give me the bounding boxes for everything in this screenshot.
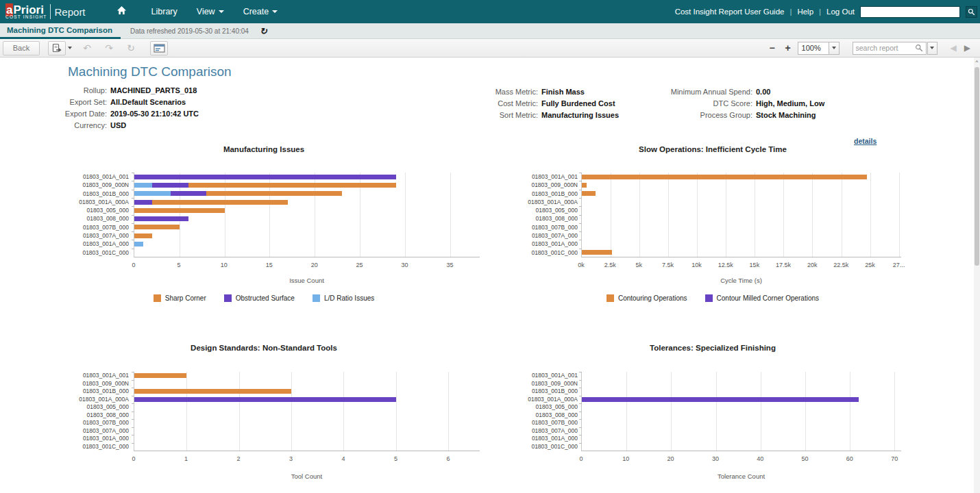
search-options-caret[interactable] (927, 42, 938, 55)
y-axis-labels: 01803_001A_00101803_009_000N01803_001B_0… (490, 372, 578, 451)
x-tick-label: 5k (636, 262, 643, 268)
export-button[interactable] (48, 41, 66, 55)
x-tick-label: 5 (394, 455, 397, 462)
bar-segment[interactable] (134, 183, 152, 188)
x-tick-label: 3 (289, 455, 293, 462)
bar-segment[interactable] (582, 397, 859, 402)
zoom-level-value[interactable]: 100% (798, 42, 829, 55)
page-title: Machining DTC Comparison (68, 64, 232, 79)
search-report-input[interactable] (853, 42, 913, 55)
category-label: 01803_001A_000 (41, 240, 129, 248)
category-label: 01803_001A_001 (41, 173, 129, 181)
category-label: 01803_007A_000 (490, 231, 578, 240)
refresh-icon[interactable]: ↻ (123, 42, 139, 53)
bar-segment[interactable] (206, 191, 341, 196)
user-guide-link[interactable]: Cost Insight Report User Guide (675, 8, 785, 16)
search-icon[interactable] (966, 6, 977, 18)
tab-machining-dtc-comparison[interactable]: Machining DTC Comparison (0, 23, 121, 39)
separator: | (789, 8, 792, 16)
scrollbar-thumb[interactable] (975, 67, 979, 266)
bar-segment[interactable] (134, 208, 225, 213)
category-label: 01803_005_000 (490, 206, 578, 214)
bookmarks-panel-icon[interactable] (150, 41, 168, 55)
x-tick-label: 60 (846, 455, 853, 462)
bar-segment[interactable] (582, 191, 596, 196)
x-tick-label: 12.5k (718, 262, 733, 268)
category-label: 01803_001B_000 (41, 190, 129, 198)
chart-manufacturing-issues: Manufacturing Issues 01803_001A_00101803… (41, 145, 487, 316)
back-button[interactable]: Back (3, 41, 40, 55)
export-dropdown-caret[interactable] (66, 41, 73, 55)
nav-item-library[interactable]: Library (151, 7, 177, 16)
zoom-level-caret[interactable] (829, 42, 840, 55)
next-page-button[interactable]: ▶ (964, 43, 970, 53)
y-axis-labels: 01803_001A_00101803_009_000N01803_001B_0… (41, 173, 129, 257)
x-tick-label: 4 (342, 455, 345, 462)
bar-segment[interactable] (152, 200, 287, 205)
category-label: 01803_001A_000 (490, 240, 578, 248)
bar-segment[interactable] (582, 175, 867, 179)
vertical-scrollbar[interactable]: ^ (974, 58, 980, 493)
legend-swatch (313, 294, 320, 302)
x-tick-label: 17.5k (776, 262, 791, 268)
x-tick-label: 40 (757, 455, 763, 462)
bar-segment[interactable] (171, 191, 207, 196)
chart-title: Design Standards: Non-Standard Tools (41, 344, 487, 352)
x-tick-label: 20 (311, 262, 318, 268)
bar-segment[interactable] (134, 389, 291, 394)
bar-segment[interactable] (152, 183, 188, 188)
category-label: 01803_007A_000 (41, 427, 129, 435)
nav-item-create[interactable]: Create (243, 7, 278, 16)
x-tick-label: 0k (578, 262, 585, 268)
scroll-up-icon[interactable]: ^ (974, 59, 980, 65)
chart-title: Manufacturing Issues (41, 145, 487, 153)
chart-title: Slow Operations: Inefficient Cycle Time (490, 145, 935, 153)
logout-link[interactable]: Log Out (826, 8, 855, 16)
undo-icon[interactable]: ↶ (79, 42, 95, 53)
previous-page-button[interactable]: ◀ (951, 43, 957, 53)
zoom-in-button[interactable]: + (782, 42, 794, 54)
x-tick-label: 25k (865, 262, 875, 268)
category-label: 01803_001B_000 (490, 190, 578, 198)
bar-segment[interactable] (134, 191, 171, 196)
report-body: Machining DTC Comparison Rollup:MACHINED… (0, 58, 974, 493)
legend-swatch (705, 294, 713, 302)
details-link[interactable]: details (854, 137, 877, 145)
bar-segment[interactable] (582, 250, 612, 255)
category-label: 01803_001A_001 (490, 173, 578, 181)
refresh-data-icon[interactable]: ↻ (260, 26, 267, 36)
category-label: 01803_001A_000 (41, 435, 129, 443)
bar-segment[interactable] (188, 183, 396, 188)
x-tick-label: 6 (447, 455, 450, 462)
category-label: 01803_007B_000 (490, 223, 578, 231)
legend-item: Contour Milled Corner Operations (705, 294, 820, 302)
bar-segment[interactable] (134, 200, 152, 205)
category-label: 01803_005_000 (41, 206, 129, 214)
category-label: 01803_001C_000 (490, 249, 578, 257)
bar-segment[interactable] (134, 373, 186, 378)
x-axis-ticks: 05101520253035 (134, 262, 480, 270)
bar-segment[interactable] (134, 225, 180, 229)
bar-segment[interactable] (134, 242, 143, 246)
bar-segment[interactable] (582, 183, 587, 188)
category-label: 01803_009_000N (490, 380, 578, 388)
bar-segment[interactable] (134, 233, 152, 238)
bar-segment[interactable] (134, 175, 396, 179)
home-icon[interactable] (112, 5, 132, 18)
nav-item-view[interactable]: View (197, 7, 224, 16)
category-label: 01803_007B_000 (490, 419, 578, 427)
help-link[interactable]: Help (797, 8, 813, 16)
chevron-down-icon (219, 10, 224, 13)
redo-icon[interactable]: ↷ (101, 42, 117, 53)
category-label: 01803_001C_000 (490, 443, 578, 451)
x-tick-label: 5 (177, 262, 180, 268)
legend-item: Obstructed Surface (224, 294, 295, 302)
bar-segment[interactable] (134, 216, 188, 221)
bar-segment[interactable] (134, 397, 396, 402)
logo-product: Report (55, 6, 86, 18)
x-axis-label: Issue Count (134, 277, 480, 284)
zoom-out-button[interactable]: − (766, 42, 779, 54)
search-report-icon[interactable] (913, 42, 927, 55)
category-label: 01803_007B_000 (41, 223, 129, 231)
global-search-input[interactable] (860, 6, 960, 18)
